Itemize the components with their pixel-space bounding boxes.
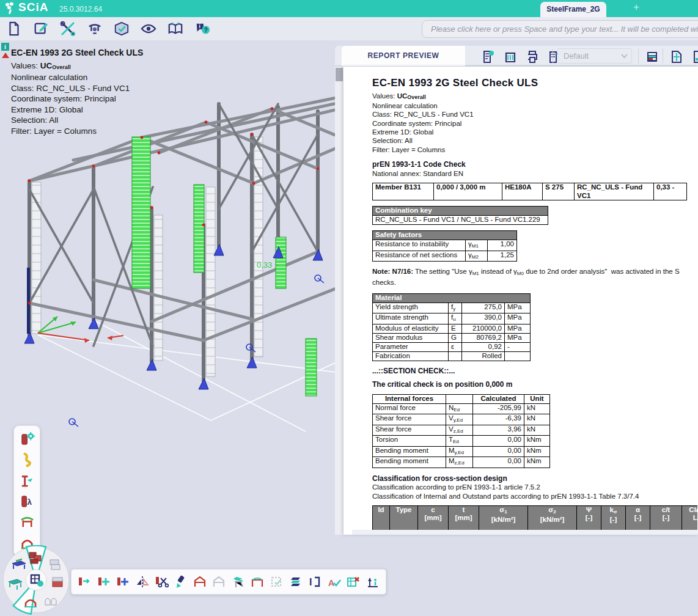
portal-frame-icon[interactable]: [250, 574, 265, 590]
material-box-icon: [53, 578, 62, 587]
report-header: REPORT PREVIEW Default: [335, 46, 698, 66]
classification-line1: Classification according to prEN 1993-1-…: [372, 483, 697, 491]
command-search-input[interactable]: Please click here or press Space and typ…: [422, 20, 698, 38]
classification-line2: Classification of Internal and Outstand …: [372, 492, 697, 501]
rename-icon[interactable]: I: [307, 574, 322, 590]
analysis-model-icon[interactable]: [86, 20, 103, 38]
chevron-down-icon: [621, 54, 628, 59]
meta-line: Filter: Layer = Columns: [372, 145, 697, 154]
table-row: Resistance of net sectionsγM21,25: [373, 251, 517, 262]
frame-icon[interactable]: [193, 574, 207, 590]
edit-icon[interactable]: [32, 20, 50, 38]
cut-member-icon[interactable]: [154, 574, 169, 590]
select-region-icon[interactable]: [269, 574, 284, 590]
safety-factors-table: Safety factors Resistance to instability…: [372, 230, 517, 262]
svg-text:I: I: [309, 577, 312, 587]
delete-table-icon[interactable]: [346, 574, 361, 590]
project-tab[interactable]: SteelFrame_2G: [540, 2, 606, 17]
add-node-icon[interactable]: [96, 574, 111, 590]
material-table: Material Yield strengthfy275,0MPaUltimat…: [372, 293, 531, 361]
format-brush-icon[interactable]: [173, 574, 188, 590]
svg-text:?: ?: [204, 27, 207, 34]
note-line: Note: N7/16: The setting "Use γM1 instea…: [372, 267, 697, 287]
table-row: Normal forceNEd-205,99kN: [373, 403, 550, 414]
view-result-overlay: EC-EN 1993 2G Steel Check ULS Values: UC…: [11, 48, 143, 136]
table-row: Shear modulusG80769,2MPa: [373, 333, 531, 342]
table-row: Bending momentMy,Ed0,00kNm: [373, 446, 550, 457]
meta-line: Filter: Layer = Columns: [11, 126, 143, 137]
view-icon[interactable]: [139, 20, 157, 38]
report-hscrollbar[interactable]: [352, 530, 698, 535]
new-tab-button[interactable]: +: [630, 1, 643, 13]
workstation-wheel[interactable]: [0, 545, 73, 616]
svg-text:λ: λ: [27, 497, 32, 507]
table-row: Internal forcesCalculatedUnit: [373, 394, 550, 403]
print-icon[interactable]: [523, 48, 541, 65]
classification-heading: Classification for cross-section design: [372, 474, 697, 483]
report-style-selector[interactable]: Default: [557, 48, 632, 64]
table-row: Member B1310,000 / 3,000 mHE180AS 275RC_…: [373, 183, 687, 200]
report-title: EC-EN 1993 2G Steel Check ULS: [372, 79, 697, 87]
section-check-heading: ...::SECTION CHECK::...: [372, 367, 697, 375]
report-body: EC-EN 1993 2G Steel Check ULS Values: UC…: [335, 67, 698, 535]
table-row: Ultimate strengthfu390,0MPa: [373, 314, 531, 324]
scrollbar-thumb[interactable]: [336, 68, 343, 81]
deformed-shape-icon[interactable]: [19, 452, 35, 468]
report-preview-tab[interactable]: REPORT PREVIEW: [342, 46, 465, 66]
code-check-heading: prEN 1993-1-1 Code Check: [372, 160, 697, 169]
check-text-icon[interactable]: A: [327, 574, 342, 590]
svg-text:i: i: [199, 23, 200, 29]
version-label: 25.0.3012.64: [59, 5, 102, 13]
mirror-icon[interactable]: [134, 574, 149, 590]
table-row: Resistance to instabilityγM11,00: [373, 240, 517, 251]
title-bar: SCiA 25.0.3012.64 SteelFrame_2G +: [0, 0, 698, 17]
report-preview-panel: REPORT PREVIEW Default EC-EN 1993 2G Ste…: [335, 46, 698, 535]
meta-line: Coordinate system: Principal: [372, 119, 697, 128]
scia-app-window: { "app": { "brand": "SCiA", "version": "…: [0, 0, 698, 616]
check-model-icon[interactable]: [112, 20, 130, 38]
meta-line: Coordinate system: Principal: [11, 94, 143, 105]
add-report-item-icon[interactable]: [479, 48, 497, 65]
critical-check-line: The critical check is on position 0,000 …: [372, 380, 697, 389]
layers-icon[interactable]: [288, 574, 303, 590]
table-row: Yield strengthfy275,0MPa: [373, 302, 531, 314]
internal-forces-table: Internal forcesCalculatedUnit Normal for…: [372, 394, 550, 468]
page-layout-icon[interactable]: [667, 48, 685, 65]
dimension-info-icon[interactable]: [366, 574, 380, 590]
insert-node-icon[interactable]: [116, 574, 130, 590]
overlay-meta: Nonlinear calculationClass: RC_NC_ULS - …: [11, 72, 143, 136]
table-layers-icon[interactable]: [231, 574, 246, 590]
uc-result-label: 0,33 ~: [257, 260, 279, 270]
report-values-line: Values: UCOverall: [372, 92, 697, 101]
report-scrollbar[interactable]: [335, 67, 343, 535]
library-icon[interactable]: [166, 20, 184, 38]
concrete-blocks-icon: [50, 560, 60, 570]
page-view-icon[interactable]: [689, 48, 698, 65]
new-project-icon[interactable]: [5, 20, 23, 38]
meta-line: Extreme 1D: Global: [11, 105, 143, 116]
steel-member-settings-icon[interactable]: [19, 431, 35, 447]
meta-line: Nonlinear calculation: [11, 72, 143, 83]
table-row: RC_NC_ULS - Fund VC1 / NC_ULS - Fund VC1…: [373, 216, 548, 225]
table-style-icon[interactable]: [643, 48, 661, 65]
move-member-icon[interactable]: [77, 574, 92, 590]
meta-line: Class: RC_NC_ULS - Fund VC1: [372, 110, 697, 119]
meta-line: Selection: All: [372, 136, 697, 145]
delete-report-item-icon[interactable]: [501, 48, 519, 65]
frame-disabled-icon[interactable]: [211, 574, 226, 590]
meta-line: Selection: All: [11, 115, 143, 126]
meta-line: Class: RC_NC_ULS - Fund VC1: [11, 83, 143, 94]
steel-code-check-icon[interactable]: [19, 472, 35, 489]
table-row: IdTypec[mm]t[mm]σ1[kN/m²]σ2[kN/m²]Ψ[-]kσ…: [373, 505, 698, 530]
table-row: Shear forceVz,Ed3,96kN: [373, 425, 550, 436]
help-icon[interactable]: i?: [193, 20, 211, 38]
frame-canopy-icon[interactable]: [19, 514, 35, 530]
tools-icon[interactable]: [59, 20, 76, 38]
combination-key-table: Combination key RC_NC_ULS - Fund VC1 / N…: [372, 206, 548, 225]
national-annex-line: National annex: Standard EN: [372, 169, 697, 178]
table-row: Parameterε0,92-: [373, 342, 531, 351]
stability-check-icon[interactable]: λ: [19, 493, 35, 510]
svg-text:A: A: [328, 578, 334, 588]
report-page: EC-EN 1993 2G Steel Check ULS Values: UC…: [343, 67, 698, 535]
overlay-title: EC-EN 1993 2G Steel Check ULS: [11, 48, 143, 59]
